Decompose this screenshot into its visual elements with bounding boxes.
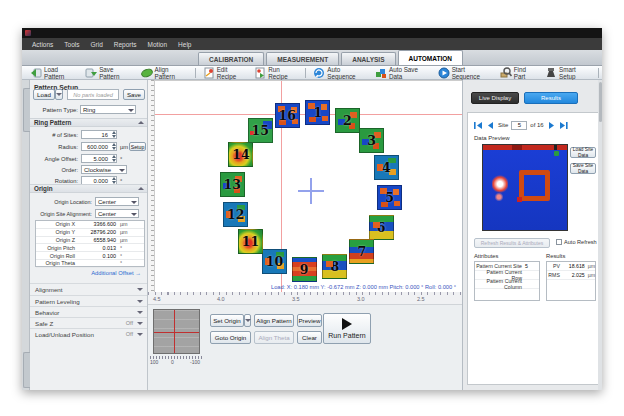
spin-up-icon[interactable] bbox=[112, 131, 116, 134]
spin-down-icon[interactable] bbox=[112, 159, 116, 162]
previous-site-icon[interactable] bbox=[486, 121, 495, 130]
menu-item-motion[interactable]: Motion bbox=[148, 41, 168, 48]
section-pattern-leveling[interactable]: Pattern Leveling bbox=[30, 295, 148, 306]
load-pattern-button[interactable]: Load Pattern bbox=[26, 65, 81, 81]
origin-table-row: Origin X3366.600µm bbox=[36, 221, 144, 229]
auto-sequence-button[interactable]: Auto Sequence bbox=[309, 65, 371, 81]
additional-offset-link[interactable]: Additional Offset → bbox=[91, 270, 141, 276]
unit-label: µm bbox=[120, 144, 128, 150]
spin-up-icon[interactable] bbox=[112, 155, 116, 158]
save-site-data-button[interactable]: Save Site Data bbox=[570, 163, 596, 174]
origin-select[interactable]: Center bbox=[95, 209, 139, 218]
section-title: Origin bbox=[34, 185, 53, 192]
pattern-site-3[interactable]: 3 bbox=[359, 128, 384, 153]
x-axis-label: 4.0 bbox=[217, 296, 225, 302]
pattern-site-5[interactable]: 5 bbox=[377, 185, 402, 210]
pattern-site-4[interactable]: 4 bbox=[374, 155, 399, 180]
auto-save-data-button[interactable]: Auto Save Data bbox=[371, 65, 434, 81]
preview-button[interactable]: Preview bbox=[297, 314, 322, 327]
setup-button[interactable]: Setup bbox=[129, 142, 146, 151]
result-unit: µm bbox=[585, 263, 595, 269]
last-site-icon[interactable] bbox=[559, 121, 568, 130]
pattern-site-15[interactable]: 15 bbox=[248, 118, 273, 143]
live-display-button[interactable]: Live Display bbox=[471, 92, 519, 104]
spinner-icon[interactable] bbox=[111, 155, 117, 162]
pattern-site-8[interactable]: 8 bbox=[322, 254, 347, 279]
chevron-down-icon bbox=[137, 311, 143, 314]
clear-button[interactable]: Clear bbox=[297, 331, 322, 344]
spin-down-icon[interactable] bbox=[112, 147, 116, 150]
pattern-site-9[interactable]: 9 bbox=[292, 257, 317, 282]
pattern-site-11[interactable]: 11 bbox=[238, 229, 263, 254]
pattern-site-16[interactable]: 16 bbox=[275, 103, 300, 128]
site-number-input[interactable]: 5 bbox=[511, 121, 527, 130]
tab-measurement[interactable]: MEASUREMENT bbox=[266, 52, 339, 65]
tab-automation[interactable]: AUTOMATION bbox=[398, 50, 463, 65]
spin-up-icon[interactable] bbox=[112, 143, 116, 146]
pattern-site-10[interactable]: 10 bbox=[262, 249, 287, 274]
section-status: Off bbox=[126, 320, 133, 326]
spinner-icon[interactable] bbox=[111, 177, 117, 184]
smart-setup-button[interactable]: Smart Setup bbox=[541, 65, 595, 81]
goto-origin-button[interactable]: Goto Origin bbox=[210, 331, 251, 344]
menu-item-actions[interactable]: Actions bbox=[32, 41, 53, 48]
menu-item-tools[interactable]: Tools bbox=[64, 41, 79, 48]
align-pattern-button[interactable]: Align Pattern bbox=[137, 65, 192, 81]
tab-analysis[interactable]: ANALYSIS bbox=[341, 52, 395, 65]
pattern-site-7[interactable]: 7 bbox=[349, 239, 374, 264]
origin-section-header[interactable]: Origin bbox=[30, 184, 148, 193]
save-button[interactable]: Save bbox=[123, 89, 145, 100]
ring-pattern-section-header[interactable]: Ring Pattern bbox=[30, 118, 148, 127]
spin-up-icon[interactable] bbox=[112, 177, 116, 180]
side-tab-top[interactable] bbox=[23, 88, 30, 132]
side-tab-bottom[interactable] bbox=[23, 352, 30, 388]
pattern-site-14[interactable]: 14 bbox=[228, 142, 253, 167]
set-origin-button[interactable]: Set Origin bbox=[210, 314, 244, 327]
pattern-site-6[interactable]: 6 bbox=[369, 215, 394, 240]
start-sequence-button[interactable]: Start Sequence bbox=[434, 65, 496, 81]
menu-item-reports[interactable]: Reports bbox=[114, 41, 137, 48]
stage-navigator[interactable] bbox=[153, 309, 200, 354]
align-theta-button[interactable]: Align Theta bbox=[254, 331, 294, 344]
scrollbar-thumb[interactable] bbox=[599, 82, 602, 122]
preview-smear bbox=[495, 192, 503, 202]
loaded-file-field[interactable]: No parts loaded bbox=[67, 89, 119, 100]
pattern-site-13[interactable]: 13 bbox=[220, 172, 245, 197]
save-pattern-button[interactable]: Save Pattern bbox=[81, 65, 136, 81]
find-part-button[interactable]: Find Part bbox=[496, 65, 541, 81]
run-pattern-button[interactable]: Run Pattern bbox=[323, 313, 371, 344]
toolbar: Load PatternSave PatternAlign PatternEdi… bbox=[22, 66, 602, 80]
auto-refresh-checkbox[interactable] bbox=[556, 239, 562, 245]
pattern-site-1[interactable]: 1 bbox=[305, 100, 330, 125]
spinner-icon[interactable] bbox=[111, 143, 117, 150]
refresh-results-button[interactable]: Refresh Results & Attributes bbox=[474, 238, 550, 248]
spin-down-icon[interactable] bbox=[112, 135, 116, 138]
align-pattern-button[interactable]: Align Pattern bbox=[254, 314, 294, 327]
results-button[interactable]: Results bbox=[524, 92, 578, 104]
spinner-icon[interactable] bbox=[111, 131, 117, 138]
pattern-plot[interactable]: 12345678910111213141516 Load: X: 0.180 m… bbox=[155, 80, 462, 292]
next-site-icon[interactable] bbox=[547, 121, 556, 130]
set-origin-dropdown[interactable] bbox=[244, 314, 251, 327]
pattern-site-2[interactable]: 2 bbox=[335, 108, 360, 133]
section-behavior[interactable]: Behavior bbox=[30, 306, 148, 317]
menu-item-grid[interactable]: Grid bbox=[91, 41, 103, 48]
scrollbar[interactable] bbox=[598, 80, 602, 390]
load-dropdown-arrow[interactable] bbox=[55, 89, 63, 100]
first-site-icon[interactable] bbox=[474, 121, 483, 130]
site-number: 3 bbox=[367, 133, 376, 148]
section-safe-z[interactable]: Safe ZOff bbox=[30, 317, 148, 328]
edit-recipe-button[interactable]: Edit Recipe bbox=[199, 65, 250, 81]
load-site-data-button[interactable]: Load Site Data bbox=[570, 147, 596, 158]
order-select[interactable]: Clockwise bbox=[81, 165, 127, 174]
menu-item-help[interactable]: Help bbox=[178, 41, 191, 48]
section-alignment[interactable]: Alignment bbox=[30, 283, 148, 294]
tab-calibration[interactable]: CALIBRATION bbox=[198, 52, 264, 65]
run-recipe-button[interactable]: Run Recipe bbox=[250, 65, 302, 81]
site-number: 14 bbox=[232, 147, 249, 162]
origin-select[interactable]: Center bbox=[95, 197, 139, 206]
pattern-type-select[interactable]: Ring bbox=[80, 105, 136, 114]
section-load-unload-position[interactable]: Load/Unload PositionOff bbox=[30, 328, 148, 339]
pattern-site-12[interactable]: 12 bbox=[223, 202, 248, 227]
load-button[interactable]: Load bbox=[33, 89, 55, 100]
